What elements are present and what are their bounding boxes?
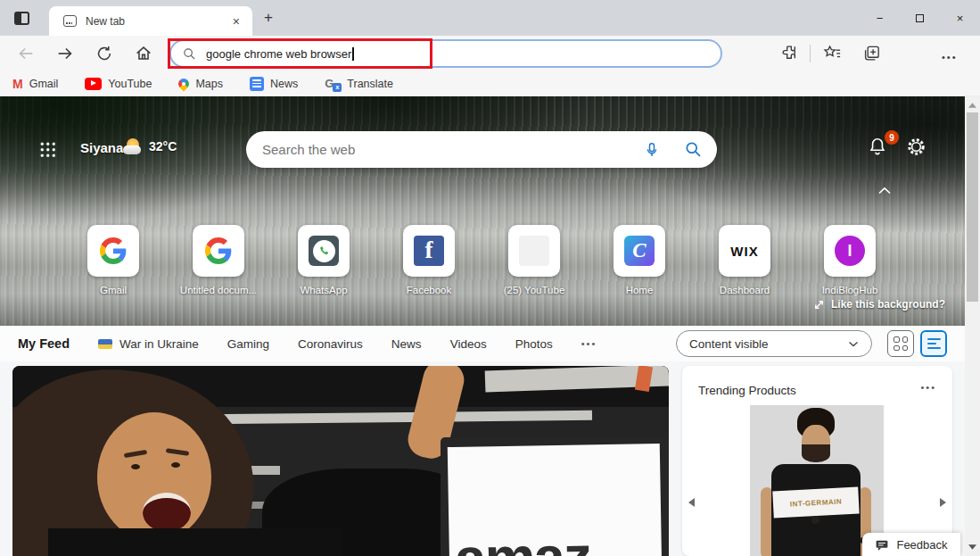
list-icon bbox=[927, 338, 941, 350]
tab-title: New tab bbox=[86, 15, 229, 28]
feed-tab-videos[interactable]: Videos bbox=[450, 337, 487, 351]
gmail-icon: M bbox=[12, 77, 23, 91]
toolbar-divider bbox=[810, 45, 811, 62]
trending-products-card: Trending Products ••• INT-GERMAIN bbox=[682, 366, 952, 556]
window-controls: − × bbox=[860, 0, 980, 36]
whatsapp-icon bbox=[309, 236, 339, 266]
quick-link-facebook[interactable]: f Facebook bbox=[376, 225, 482, 295]
trending-more-button[interactable]: ••• bbox=[920, 382, 936, 393]
maps-pin-icon bbox=[177, 76, 192, 91]
microphone-icon[interactable] bbox=[643, 141, 661, 159]
bookmark-maps[interactable]: Maps bbox=[178, 78, 223, 90]
feed-tab-gaming[interactable]: Gaming bbox=[227, 337, 269, 351]
quick-link-youtube[interactable]: (25) YouTube bbox=[482, 225, 587, 295]
maximize-button[interactable] bbox=[900, 0, 940, 36]
collections-icon bbox=[861, 43, 882, 63]
expand-diagonal-icon bbox=[813, 299, 825, 311]
feed-hero-article[interactable]: amaz bbox=[12, 366, 669, 556]
sun-cloud-icon bbox=[123, 138, 144, 154]
feedback-button[interactable]: Feedback bbox=[862, 533, 960, 556]
home-button[interactable] bbox=[134, 44, 153, 63]
notifications-button[interactable]: 9 bbox=[867, 136, 897, 162]
bookmark-translate[interactable]: Gx Translate bbox=[325, 77, 393, 91]
feed-content: amaz Trending Products ••• INT-GERMAIN bbox=[0, 361, 965, 556]
apps-grid-icon[interactable] bbox=[39, 141, 55, 157]
scroll-down-icon[interactable] bbox=[965, 540, 980, 554]
scroll-up-icon[interactable] bbox=[965, 98, 980, 112]
feed-tab-war-in-ukraine[interactable]: War in Ukraine bbox=[98, 337, 199, 351]
quick-link-gmail[interactable]: Gmail bbox=[61, 225, 166, 295]
gear-icon bbox=[906, 137, 926, 157]
close-button[interactable]: × bbox=[940, 0, 980, 36]
wix-icon: WIX bbox=[730, 244, 758, 259]
grid-layout-toggle[interactable] bbox=[887, 330, 914, 357]
chevron-down-icon bbox=[848, 341, 859, 347]
like-background-link[interactable]: Like this background? bbox=[813, 298, 945, 311]
amazon-logo-text: amaz bbox=[454, 523, 590, 556]
quick-link-untitled-document[interactable]: Untitled docum... bbox=[166, 225, 271, 295]
collapse-chevron-icon[interactable] bbox=[877, 182, 892, 198]
indibloghub-icon: I bbox=[835, 236, 865, 266]
google-g-icon bbox=[205, 237, 232, 264]
maximize-icon bbox=[916, 14, 924, 22]
workspaces-icon[interactable] bbox=[9, 7, 34, 29]
feed-bar: My Feed War in Ukraine Gaming Coronaviru… bbox=[0, 326, 965, 361]
quick-link-home[interactable]: C Home bbox=[587, 225, 692, 295]
facebook-icon: f bbox=[414, 236, 444, 266]
search-icon bbox=[182, 46, 197, 62]
page-settings-button[interactable] bbox=[906, 137, 926, 161]
puzzle-icon bbox=[779, 43, 799, 62]
profile-name[interactable]: Siyana bbox=[80, 140, 123, 155]
quick-link-whatsapp[interactable]: WhatsApp bbox=[271, 225, 376, 295]
scrollbar-thumb[interactable] bbox=[967, 112, 978, 302]
text-caret bbox=[352, 47, 354, 61]
carousel-next-button[interactable] bbox=[940, 498, 946, 507]
refresh-button[interactable] bbox=[95, 44, 114, 63]
address-bar[interactable]: google chrome web browser bbox=[169, 39, 722, 68]
bookmarks-bar: M Gmail YouTube Maps News Gx Translate bbox=[0, 71, 980, 96]
page-scrollbar[interactable] bbox=[965, 96, 980, 556]
tab-close-icon[interactable]: × bbox=[229, 14, 243, 29]
content-visible-dropdown[interactable]: Content visible bbox=[676, 330, 872, 357]
bookmark-gmail[interactable]: M Gmail bbox=[12, 77, 58, 91]
tab-new-tab[interactable]: New tab × bbox=[49, 6, 252, 36]
trending-product-image[interactable]: INT-GERMAIN bbox=[750, 405, 884, 556]
minimize-button[interactable]: − bbox=[860, 0, 900, 36]
feed-more-tabs-button[interactable]: ••• bbox=[581, 338, 597, 349]
bookmark-news[interactable]: News bbox=[250, 77, 298, 91]
weather-widget[interactable]: 32°C bbox=[123, 138, 177, 154]
web-search-input[interactable] bbox=[260, 141, 643, 158]
back-button[interactable] bbox=[16, 44, 36, 63]
google-g-icon bbox=[100, 237, 127, 264]
search-submit-icon[interactable] bbox=[684, 140, 703, 159]
feed-tab-coronavirus[interactable]: Coronavirus bbox=[298, 337, 363, 351]
forward-button[interactable] bbox=[55, 44, 75, 63]
ellipsis-icon: ••• bbox=[942, 52, 958, 62]
collections-button[interactable] bbox=[861, 43, 882, 64]
list-layout-toggle[interactable] bbox=[920, 330, 947, 357]
my-feed-title[interactable]: My Feed bbox=[18, 336, 70, 351]
feedback-speech-icon bbox=[875, 538, 889, 552]
temperature: 32°C bbox=[149, 139, 177, 154]
new-tab-favicon-icon bbox=[63, 15, 77, 27]
translate-icon: Gx bbox=[325, 77, 341, 91]
news-icon bbox=[250, 77, 264, 91]
favorites-button[interactable] bbox=[822, 43, 843, 64]
settings-menu-button[interactable]: ••• bbox=[942, 48, 958, 70]
new-tab-button[interactable]: + bbox=[264, 11, 273, 25]
browser-window: New tab × + − × google chrome web browse… bbox=[0, 0, 980, 556]
ukraine-flag-icon bbox=[98, 339, 112, 349]
grid-icon bbox=[894, 336, 908, 351]
feed-tab-news[interactable]: News bbox=[391, 337, 422, 351]
shirt-text: INT-GERMAIN bbox=[790, 497, 843, 508]
web-search-bar[interactable] bbox=[246, 131, 717, 168]
trending-products-title: Trending Products bbox=[698, 384, 796, 397]
address-input-value[interactable]: google chrome web browser bbox=[206, 47, 351, 61]
feed-tab-photos[interactable]: Photos bbox=[515, 337, 553, 351]
quick-link-indibloghub[interactable]: I IndiBlogHub bbox=[797, 225, 902, 295]
tab-strip: New tab × + − × bbox=[0, 0, 980, 36]
bookmark-youtube[interactable]: YouTube bbox=[85, 78, 152, 90]
carousel-prev-button[interactable] bbox=[688, 498, 695, 507]
quick-link-dashboard[interactable]: WIX Dashboard bbox=[692, 225, 797, 295]
extensions-button[interactable] bbox=[779, 43, 799, 64]
